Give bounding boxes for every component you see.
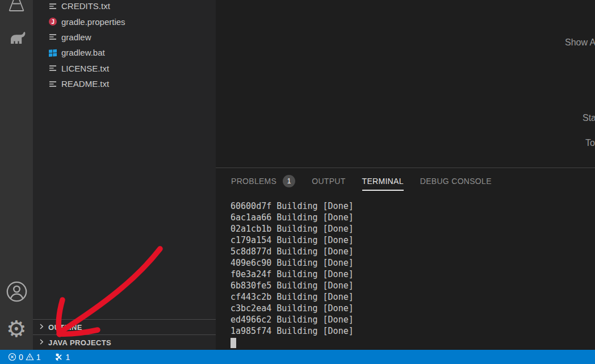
watermark-hint: Sta bbox=[583, 113, 595, 123]
terminal-line: ed4966c2 Building [Done] bbox=[231, 314, 595, 325]
tools-icon bbox=[55, 353, 64, 362]
file-name: README.txt bbox=[61, 79, 109, 89]
terminal-cursor bbox=[231, 338, 236, 348]
file-tree: J CREDITS.txt bbox=[33, 0, 216, 91]
terminal-line: 1a985f74 Building [Done] bbox=[231, 325, 595, 337]
panel-tab[interactable]: OUTPUT bbox=[312, 175, 345, 187]
panel-tab[interactable]: TERMINAL bbox=[362, 175, 404, 187]
terminal-line: 02a1cb1b Building [Done] bbox=[231, 223, 595, 235]
java-properties-icon: J bbox=[48, 17, 57, 26]
flask-beaker-icon[interactable] bbox=[0, 0, 33, 12]
error-count: 0 bbox=[19, 353, 23, 362]
chevron-right-icon bbox=[37, 337, 46, 348]
terminal-line: c179a154 Building [Done] bbox=[231, 235, 595, 246]
warning-count: 1 bbox=[36, 353, 41, 362]
tasks-status-item[interactable]: 1 bbox=[52, 350, 73, 364]
terminal-line: 60600d7f Building [Done] bbox=[231, 200, 595, 212]
file-row[interactable]: J gradlew.bat bbox=[33, 45, 216, 60]
file-row[interactable]: J CREDITS.txt bbox=[33, 0, 216, 14]
file-name: gradlew bbox=[61, 32, 91, 42]
activity-bar: ⚙ bbox=[0, 0, 33, 350]
svg-text:J: J bbox=[51, 19, 55, 25]
terminal-line: f0e3a24f Building [Done] bbox=[231, 269, 595, 280]
watermark-hint: Show A bbox=[565, 37, 595, 48]
file-row[interactable]: J LICENSE.txt bbox=[33, 61, 216, 76]
panel-tab-bar: PROBLEMS 1 OUTPUT TERMINAL DEBUG bbox=[216, 168, 595, 194]
terminal-line: 6ac1aa66 Building [Done] bbox=[231, 212, 595, 223]
problems-status-item[interactable]: 0 1 bbox=[5, 350, 44, 364]
panel-tab[interactable]: DEBUG CONSOLE bbox=[420, 175, 492, 187]
file-row[interactable]: J gradle.properties bbox=[33, 14, 216, 29]
chevron-right-icon bbox=[37, 322, 46, 333]
file-row[interactable]: J README.txt bbox=[33, 76, 216, 91]
section-title: JAVA PROJECTS bbox=[48, 338, 111, 347]
file-row[interactable]: J gradlew bbox=[33, 30, 216, 45]
section-header[interactable]: JAVA PROJECTS bbox=[33, 334, 216, 350]
section-header[interactable]: OUTLINE bbox=[33, 319, 216, 334]
text-file-icon bbox=[48, 80, 57, 89]
terminal-output[interactable]: 60600d7f Building [Done] 6ac1aa66 Buildi… bbox=[216, 194, 595, 348]
panel-tab[interactable]: PROBLEMS 1 bbox=[231, 175, 295, 187]
file-name: CREDITS.txt bbox=[61, 1, 110, 11]
gradle-elephant-icon[interactable] bbox=[0, 28, 33, 45]
terminal-line: cf443c2b Building [Done] bbox=[231, 291, 595, 303]
text-file-icon bbox=[48, 32, 57, 41]
bottom-panel: PROBLEMS 1 OUTPUT TERMINAL DEBUG bbox=[216, 168, 595, 350]
vscode-window: ⚙ J bbox=[0, 0, 595, 364]
section-title: OUTLINE bbox=[48, 323, 82, 332]
account-icon[interactable] bbox=[0, 281, 33, 302]
error-icon bbox=[8, 353, 16, 361]
text-file-icon bbox=[48, 64, 57, 73]
windows-bat-icon bbox=[48, 48, 57, 57]
watermark-hint: To bbox=[585, 138, 595, 148]
terminal-line: 5c8d877d Building [Done] bbox=[231, 246, 595, 257]
settings-gear-icon[interactable]: ⚙ bbox=[0, 317, 33, 341]
terminal-line: c3bc2ea4 Building [Done] bbox=[231, 303, 595, 314]
file-name: gradle.properties bbox=[61, 17, 125, 27]
text-file-icon bbox=[48, 2, 57, 11]
editor-group: Show A Sta To PROBLEMS 1 OUTPUT bbox=[216, 0, 595, 350]
problems-count-badge: 1 bbox=[283, 175, 295, 187]
warning-icon bbox=[26, 353, 34, 361]
status-bar: 0 1 1 bbox=[0, 350, 595, 364]
file-name: LICENSE.txt bbox=[61, 64, 109, 73]
terminal-line: 6b830fe5 Building [Done] bbox=[231, 280, 595, 291]
tasks-count: 1 bbox=[66, 353, 70, 362]
explorer-sidebar: J CREDITS.txt bbox=[33, 0, 216, 350]
sidebar-sections: OUTLINE JAVA PROJECTS bbox=[33, 319, 216, 350]
terminal-lines: 60600d7f Building [Done] 6ac1aa66 Buildi… bbox=[231, 200, 595, 337]
terminal-line: 409e6c90 Building [Done] bbox=[231, 257, 595, 269]
editor-area[interactable]: Show A Sta To bbox=[216, 0, 595, 168]
file-name: gradlew.bat bbox=[61, 48, 105, 57]
